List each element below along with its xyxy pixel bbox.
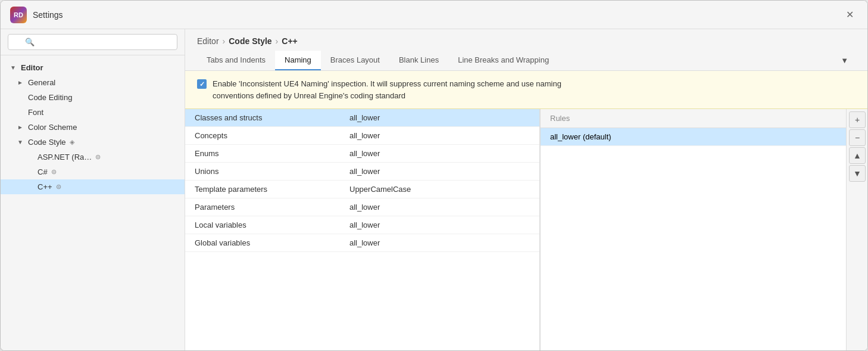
- sidebar-item-font[interactable]: Font: [1, 105, 185, 120]
- code-style-layer-icon: ◈: [70, 138, 74, 146]
- naming-row[interactable]: Global variablesall_lower: [185, 234, 539, 252]
- naming-key: Local variables: [195, 220, 349, 229]
- naming-table: Classes and structsall_lowerConceptsall_…: [185, 109, 540, 350]
- sidebar-label-editor: Editor: [21, 63, 43, 72]
- tab-more-button[interactable]: ▼: [833, 51, 855, 70]
- rules-action-buttons: +−▲▼: [846, 109, 867, 350]
- cpp-layer-icon: ⊜: [56, 183, 61, 191]
- naming-key: Unions: [195, 167, 349, 176]
- tab-braces-layout[interactable]: Braces Layout: [321, 51, 389, 70]
- sidebar-item-aspnet[interactable]: ASP.NET (Ra… ⊜: [1, 150, 185, 164]
- rules-list: all_lower (default): [541, 128, 846, 350]
- arrow-editor: [10, 64, 17, 71]
- content-area: Classes and structsall_lowerConceptsall_…: [185, 109, 867, 350]
- breadcrumb-sep-2: ›: [276, 36, 279, 46]
- close-button[interactable]: ✕: [841, 7, 858, 23]
- arrow-general: [17, 79, 24, 86]
- move-down-rule-button[interactable]: ▼: [849, 165, 866, 182]
- add-rule-button[interactable]: +: [849, 111, 866, 128]
- search-wrapper: 🔍: [8, 34, 177, 50]
- naming-row[interactable]: Conceptsall_lower: [185, 127, 539, 145]
- sidebar-label-aspnet: ASP.NET (Ra…: [38, 153, 92, 161]
- sidebar-item-code-editing[interactable]: Code Editing: [1, 90, 185, 105]
- sidebar-label-general: General: [28, 78, 55, 87]
- sidebar-label-code-editing: Code Editing: [28, 93, 72, 102]
- breadcrumb-cpp: C++: [282, 36, 297, 46]
- ue4-naming-checkbox[interactable]: [197, 79, 207, 89]
- window-title: Settings: [33, 10, 63, 20]
- settings-window: RD Settings ✕ 🔍 Editor: [0, 0, 868, 351]
- naming-key: Parameters: [195, 203, 349, 212]
- sidebar-item-cpp[interactable]: C++ ⊜: [1, 179, 185, 194]
- sidebar-label-font: Font: [28, 108, 43, 117]
- naming-key: Concepts: [195, 131, 349, 140]
- naming-value: all_lower: [349, 220, 380, 229]
- notice-line-2: conventions defined by Unreal Engine's c…: [213, 90, 561, 102]
- naming-value: all_lower: [349, 149, 380, 158]
- move-up-rule-button[interactable]: ▲: [849, 147, 866, 164]
- sidebar-item-color-scheme[interactable]: Color Scheme: [1, 120, 185, 135]
- naming-value: all_lower: [349, 238, 380, 247]
- search-bar: 🔍: [1, 29, 185, 55]
- sidebar-label-code-style: Code Style: [28, 138, 66, 147]
- main-content: 🔍 Editor General Code Editing: [1, 29, 867, 350]
- aspnet-layer-icon: ⊜: [95, 153, 101, 161]
- naming-row[interactable]: Enumsall_lower: [185, 145, 539, 163]
- naming-value: all_lower: [349, 167, 380, 176]
- panel-body: Enable 'Inconsistent UE4 Naming' inspect…: [185, 71, 867, 350]
- right-panel: Editor › Code Style › C++ Tabs and Inden…: [185, 29, 867, 350]
- tab-tabs-indents[interactable]: Tabs and Indents: [197, 51, 275, 70]
- notice-bar: Enable 'Inconsistent UE4 Naming' inspect…: [185, 71, 867, 109]
- remove-rule-button[interactable]: −: [849, 129, 866, 146]
- tabs-bar: Tabs and Indents Naming Braces Layout Bl…: [185, 51, 867, 71]
- naming-value: all_lower: [349, 131, 380, 140]
- arrow-color-scheme: [17, 124, 24, 131]
- search-input[interactable]: [8, 34, 177, 50]
- sidebar-label-color-scheme: Color Scheme: [28, 123, 77, 132]
- app-icon: RD: [10, 7, 27, 23]
- sidebar-item-general[interactable]: General: [1, 75, 185, 90]
- rules-header: Rules: [541, 109, 846, 128]
- naming-row[interactable]: Classes and structsall_lower: [185, 109, 539, 127]
- tab-line-breaks[interactable]: Line Breaks and Wrapping: [448, 51, 558, 70]
- title-bar-left: RD Settings: [10, 7, 63, 23]
- naming-row[interactable]: Parametersall_lower: [185, 198, 539, 216]
- arrow-code-style: [17, 139, 24, 145]
- tab-naming[interactable]: Naming: [275, 51, 321, 70]
- naming-value: all_lower: [349, 203, 380, 212]
- naming-key: Template parameters: [195, 185, 349, 194]
- naming-key: Global variables: [195, 238, 349, 247]
- naming-value: UpperCamelCase: [349, 185, 411, 194]
- sidebar-item-editor[interactable]: Editor: [1, 60, 185, 75]
- naming-row[interactable]: Unionsall_lower: [185, 163, 539, 181]
- notice-text: Enable 'Inconsistent UE4 Naming' inspect…: [213, 78, 561, 101]
- title-bar: RD Settings ✕: [1, 1, 867, 29]
- naming-row[interactable]: Template parametersUpperCamelCase: [185, 181, 539, 198]
- breadcrumb: Editor › Code Style › C++: [185, 29, 867, 51]
- naming-row[interactable]: Local variablesall_lower: [185, 216, 539, 234]
- tab-blank-lines[interactable]: Blank Lines: [389, 51, 448, 70]
- rules-row[interactable]: all_lower (default): [541, 128, 846, 146]
- sidebar-label-cpp: C++: [38, 182, 52, 191]
- naming-value: all_lower: [349, 113, 380, 122]
- notice-line-1: Enable 'Inconsistent UE4 Naming' inspect…: [213, 78, 561, 90]
- breadcrumb-code-style: Code Style: [229, 36, 271, 46]
- sidebar: 🔍 Editor General Code Editing: [1, 29, 185, 350]
- naming-key: Classes and structs: [195, 113, 349, 122]
- rules-panel: Rules all_lower (default) +−▲▼: [540, 109, 867, 350]
- sidebar-label-csharp: C#: [38, 167, 48, 176]
- sidebar-item-code-style[interactable]: Code Style ◈: [1, 135, 185, 150]
- breadcrumb-editor: Editor: [197, 36, 219, 46]
- naming-key: Enums: [195, 149, 349, 158]
- sidebar-tree: Editor General Code Editing Font: [1, 55, 185, 350]
- sidebar-item-csharp[interactable]: C# ⊜: [1, 164, 185, 179]
- breadcrumb-sep-1: ›: [223, 36, 226, 46]
- csharp-layer-icon: ⊜: [51, 168, 57, 176]
